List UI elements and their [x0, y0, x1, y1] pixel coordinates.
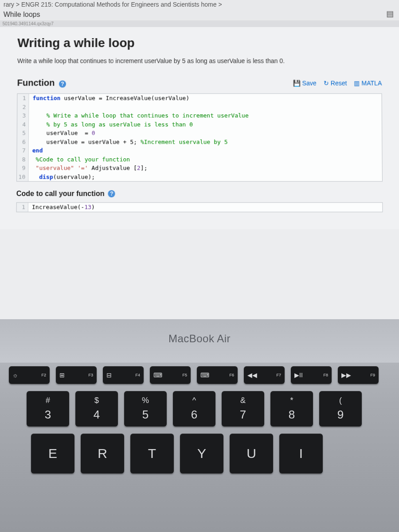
number-key-row: #3$4%5^6&7*8(9: [0, 387, 399, 430]
save-label: Save: [302, 79, 317, 86]
key-y: Y: [180, 434, 223, 473]
section-call-label: Code to call your function: [16, 190, 105, 198]
code-text[interactable]: disp(uservalue);: [28, 172, 95, 181]
help-icon[interactable]: ?: [108, 190, 115, 197]
book-icon: ▥: [354, 79, 360, 86]
key-3: #3: [27, 391, 69, 426]
key-f5: ⌨F5: [150, 366, 191, 384]
key-t: T: [130, 434, 174, 473]
line-number: 1: [17, 203, 28, 211]
code-line[interactable]: 3 % Write a while loop that continues to…: [17, 111, 382, 120]
key-4: $4: [75, 391, 118, 426]
code-line[interactable]: 10 disp(uservalue);: [17, 172, 382, 181]
code-line[interactable]: 5 userValue = 0: [17, 129, 382, 137]
line-number: 3: [17, 111, 29, 120]
save-button[interactable]: 💾 Save: [293, 79, 317, 86]
line-number: 9: [17, 164, 28, 172]
line-number: 4: [17, 120, 29, 129]
code-line[interactable]: 1IncreaseValue(-13): [17, 203, 383, 211]
key-r: R: [81, 434, 124, 473]
key-5: %5: [124, 391, 167, 426]
key-f2: ☼F2: [9, 366, 50, 384]
reset-label: Reset: [331, 79, 347, 86]
key-6: ^6: [173, 391, 215, 426]
code-text[interactable]: userValue = 0: [29, 129, 95, 137]
docs-button[interactable]: ▥ MATLA: [354, 79, 382, 86]
save-icon: 💾: [293, 79, 301, 86]
code-text[interactable]: %Code to call your function: [29, 155, 130, 164]
code-line[interactable]: 7end: [17, 146, 382, 155]
code-line[interactable]: 9 "uservalue" '=' Adjustvalue [2];: [17, 164, 382, 172]
line-number: 5: [17, 129, 29, 137]
code-line[interactable]: 1function userValue = IncreaseValue(user…: [17, 94, 381, 103]
line-number: 7: [17, 146, 29, 155]
call-code-editor[interactable]: 1IncreaseValue(-13): [16, 202, 383, 212]
code-text[interactable]: % Write a while loop that continues to i…: [29, 111, 249, 120]
key-u: U: [230, 434, 273, 473]
code-text[interactable]: "uservalue" '=' Adjustvalue [2];: [28, 164, 147, 172]
activity-id: 501940.3491144.qx3zqy7: [0, 20, 399, 27]
laptop-body: MacBook Air ☼F2⊞F3⊟F4⌨F5⌨F6◀◀F7▶IIF8▶▶F9…: [0, 319, 399, 532]
key-f7: ◀◀F7: [244, 366, 285, 384]
docs-label: MATLA: [361, 79, 382, 86]
code-text[interactable]: end: [29, 146, 43, 155]
reset-button[interactable]: ↻ Reset: [324, 79, 347, 86]
section-function-label: Function: [17, 78, 55, 87]
key-9: (9: [319, 391, 362, 426]
code-line[interactable]: 2: [17, 102, 382, 111]
function-key-row: ☼F2⊞F3⊟F4⌨F5⌨F6◀◀F7▶IIF8▶▶F9: [0, 363, 399, 387]
key-f8: ▶IIF8: [291, 366, 332, 384]
code-text[interactable]: IncreaseValue(-13): [28, 203, 95, 211]
reset-icon: ↻: [324, 79, 329, 86]
code-text[interactable]: userValue = userValue + 5; %Increment us…: [29, 137, 228, 146]
key-f4: ⊟F4: [103, 366, 144, 384]
page-icon[interactable]: ▤: [386, 9, 394, 19]
page-title: Writing a while loop: [17, 36, 382, 50]
code-text[interactable]: function userValue = IncreaseValue(userV…: [29, 94, 189, 103]
letter-key-row: ERTYUI: [0, 430, 399, 477]
function-code-editor[interactable]: 1function userValue = IncreaseValue(user…: [16, 94, 383, 182]
key-f6: ⌨F6: [197, 366, 238, 384]
key-8: *8: [270, 391, 313, 426]
help-icon[interactable]: ?: [59, 80, 66, 87]
sub-breadcrumb[interactable]: While loops: [4, 11, 40, 19]
line-number: 6: [17, 137, 29, 146]
line-number: 8: [17, 155, 28, 164]
breadcrumb[interactable]: rary > ENGR 215: Computational Methods f…: [0, 0, 399, 9]
key-e: E: [31, 434, 74, 473]
code-text[interactable]: [29, 102, 32, 111]
code-text[interactable]: % by 5 as long as userValue is less than…: [29, 120, 193, 129]
code-line[interactable]: 4 % by 5 as long as userValue is less th…: [17, 120, 382, 129]
line-number: 10: [17, 172, 28, 181]
key-7: &7: [222, 391, 264, 426]
key-f9: ▶▶F9: [338, 366, 379, 384]
problem-prompt: Write a while loop that continues to inc…: [17, 57, 382, 64]
code-line[interactable]: 8 %Code to call your function: [17, 155, 382, 164]
code-line[interactable]: 6 userValue = userValue + 5; %Increment …: [17, 137, 382, 146]
laptop-brand-label: MacBook Air: [0, 319, 399, 363]
line-number: 2: [17, 102, 29, 111]
key-f3: ⊞F3: [56, 366, 97, 384]
line-number: 1: [17, 94, 29, 103]
key-i: I: [279, 434, 323, 473]
